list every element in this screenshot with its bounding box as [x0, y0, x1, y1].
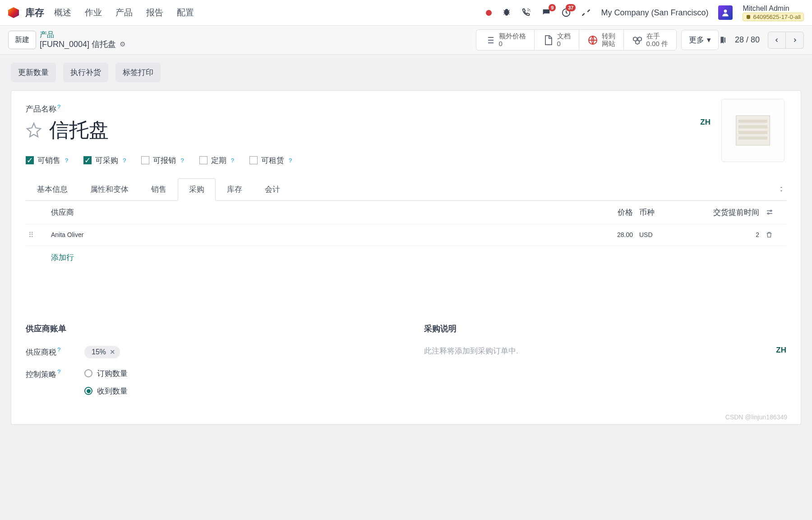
tab-2[interactable]: 销售 — [140, 178, 178, 200]
nav-menu: 概述 作业 产品 报告 配置 — [54, 7, 194, 19]
control-policy-label: 控制策略 — [26, 370, 56, 378]
help-icon[interactable]: ? — [123, 157, 126, 164]
tab-1[interactable]: 属性和变体 — [79, 178, 140, 200]
nav-products[interactable]: 产品 — [115, 7, 133, 19]
tab-5[interactable]: 会计 — [254, 178, 291, 200]
breadcrumb: 产品 [FURN_0004] 信托盘⚙ — [40, 30, 125, 50]
product-name-label: 产品名称 — [26, 105, 56, 113]
control-panel: 新建 产品 [FURN_0004] 信托盘⚙ 额外价格0 文档0 转到网站 在手… — [0, 26, 812, 55]
drag-handle-icon[interactable]: ⠿ — [28, 231, 51, 239]
tools-icon[interactable] — [581, 8, 591, 18]
purchase-desc-title: 采购说明 — [424, 323, 786, 334]
vendor-tax-label: 供应商税 — [26, 348, 56, 357]
database-badge: 64095625-17-0-all — [743, 13, 804, 22]
svg-rect-7 — [738, 131, 767, 134]
tab-3[interactable]: 采购 — [178, 178, 216, 201]
col-price[interactable]: 价格 — [585, 207, 639, 218]
cell-price[interactable]: 28.00 — [585, 231, 639, 238]
help-icon[interactable]: ? — [180, 157, 184, 164]
more-button[interactable]: 更多▾ — [681, 30, 719, 50]
pager-count[interactable]: 28 / 80 — [735, 35, 760, 45]
product-image[interactable] — [721, 99, 784, 162]
action-print-label[interactable]: 标签打印 — [115, 63, 161, 82]
help-icon[interactable]: ? — [289, 157, 292, 164]
user-info[interactable]: Mitchell Admin 64095625-17-0-all — [743, 4, 804, 22]
checkbox-icon — [199, 156, 208, 164]
app-name[interactable]: 库存 — [25, 6, 44, 19]
globe-icon — [587, 35, 598, 46]
user-name: Mitchell Admin — [743, 4, 804, 13]
radio-policy-1[interactable]: 收到数量 — [84, 386, 128, 396]
tab-4[interactable]: 库存 — [216, 178, 254, 200]
breadcrumb-parent[interactable]: 产品 — [40, 30, 125, 39]
nav-reports[interactable]: 报告 — [146, 7, 163, 19]
bug-icon[interactable] — [502, 8, 512, 18]
table-header: 供应商 价格 币种 交货提前时间 — [26, 201, 786, 224]
favorite-star-icon[interactable] — [26, 122, 42, 138]
activities-icon[interactable]: 37 — [561, 8, 571, 18]
svg-rect-6 — [738, 125, 767, 128]
help-icon[interactable]: ? — [57, 103, 60, 110]
delete-row-icon[interactable] — [766, 231, 784, 238]
checkbox-icon — [249, 156, 258, 164]
chevron-down-icon: ▾ — [707, 35, 711, 45]
cell-currency[interactable]: USD — [639, 231, 693, 238]
help-icon[interactable]: ? — [57, 368, 60, 375]
tab-0[interactable]: 基本信息 — [26, 178, 79, 200]
nav-config[interactable]: 配置 — [177, 7, 194, 19]
table-row[interactable]: ⠿ Anita Oliver 28.00 USD 2 — [26, 224, 786, 246]
radio-icon — [84, 369, 92, 377]
product-title[interactable]: 信托盘 — [49, 117, 109, 144]
phone-icon[interactable] — [521, 8, 531, 18]
close-icon[interactable]: ✕ — [110, 348, 115, 356]
pager-prev[interactable] — [768, 32, 786, 49]
new-button[interactable]: 新建 — [8, 31, 36, 49]
messages-badge: 9 — [549, 4, 556, 11]
check-2[interactable]: 可报销? — [141, 155, 184, 166]
add-line[interactable]: 添加行 — [26, 246, 786, 269]
nav-overview[interactable]: 概述 — [54, 7, 71, 19]
tax-tag[interactable]: 15%✕ — [84, 346, 120, 358]
language-tag[interactable]: ZH — [700, 118, 710, 127]
checkbox-icon: ✓ — [26, 156, 34, 164]
description-placeholder[interactable]: 此注释将添加到采购订单中. — [424, 347, 518, 355]
pager-next[interactable] — [786, 32, 804, 49]
stat-extra-price[interactable]: 额外价格0 — [476, 30, 535, 50]
language-tag[interactable]: ZH — [776, 346, 786, 355]
shelf-icon — [733, 112, 773, 149]
col-currency[interactable]: 币种 — [639, 207, 693, 218]
navbar: 库存 概述 作业 产品 报告 配置 9 37 My Company (San F… — [0, 0, 812, 26]
check-4[interactable]: 可租赁? — [249, 155, 292, 166]
stat-documents[interactable]: 文档0 — [535, 30, 579, 50]
boxes-icon — [632, 35, 643, 46]
list-icon — [484, 35, 495, 46]
adjust-icon[interactable] — [778, 185, 786, 194]
settings-icon[interactable] — [766, 208, 784, 216]
user-avatar[interactable] — [718, 5, 733, 20]
check-0[interactable]: ✓可销售? — [26, 155, 68, 166]
help-icon[interactable]: ? — [65, 157, 68, 164]
stat-goto-website[interactable]: 转到网站 — [579, 30, 624, 50]
checkbox-icon — [141, 156, 149, 164]
cell-lead[interactable]: 2 — [693, 231, 766, 238]
check-1[interactable]: ✓可采购? — [83, 155, 126, 166]
app-logo-icon[interactable] — [8, 7, 19, 18]
cell-vendor[interactable]: Anita Oliver — [51, 231, 585, 238]
check-3[interactable]: 定期? — [199, 155, 234, 166]
help-icon[interactable]: ? — [231, 157, 234, 164]
action-replenish[interactable]: 执行补货 — [63, 63, 108, 82]
action-update-qty[interactable]: 更新数量 — [11, 63, 56, 82]
record-icon[interactable] — [486, 10, 492, 16]
messages-icon[interactable]: 9 — [541, 8, 551, 18]
vendor-bill-section: 供应商账单 供应商税? 15%✕ 控制策略? 订购数量收到数量 — [26, 323, 388, 406]
radio-policy-0[interactable]: 订购数量 — [84, 368, 128, 379]
help-icon[interactable]: ? — [57, 346, 60, 353]
gear-icon[interactable]: ⚙ — [120, 40, 125, 49]
vendor-bill-title: 供应商账单 — [26, 323, 388, 334]
bookmark-icon[interactable] — [719, 36, 727, 44]
nav-operations[interactable]: 作业 — [85, 7, 102, 19]
col-vendor[interactable]: 供应商 — [51, 207, 585, 218]
company-selector[interactable]: My Company (San Francisco) — [601, 8, 708, 18]
col-lead[interactable]: 交货提前时间 — [693, 207, 766, 218]
stat-on-hand[interactable]: 在手0.00 件 — [624, 30, 676, 50]
